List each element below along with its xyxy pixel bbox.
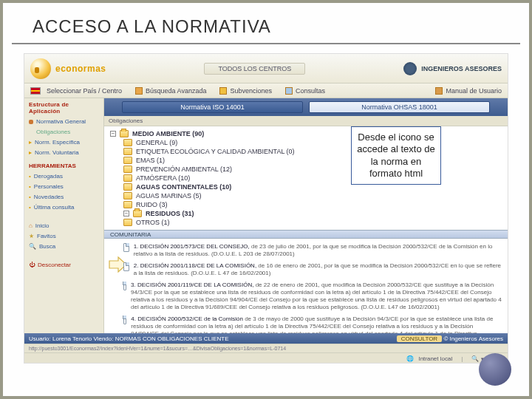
app-window: econormas TODOS LOS CENTROS INGENIEROS A…	[24, 53, 508, 364]
home-icon: ⌂	[29, 222, 33, 229]
tree-item[interactable]: EMAS (1)	[123, 156, 502, 165]
tab-ohsas18001[interactable]: Normativa OHSAS 18001	[309, 101, 490, 113]
sidebar: Estructura de Aplicación Normativa Gener…	[24, 98, 104, 333]
center-tab[interactable]: TODOS LOS CENTROS	[204, 63, 305, 75]
manual-link[interactable]: Manual de Usuario	[435, 87, 502, 95]
arrow-icon: ▸	[29, 149, 32, 156]
tree-item[interactable]: OTROS (1)	[123, 218, 502, 227]
status-role: CONSULTOR	[397, 335, 443, 342]
tree-item[interactable]: AGUAS CONTINENTALES (10)	[123, 183, 502, 191]
doc-row[interactable]: 4. DECISIÓN 2000/532/CE de la Comisión d…	[123, 314, 502, 333]
folder-icon	[123, 219, 132, 226]
doc-row[interactable]: 3. DECISIÓN 2001/119/CE DE LA COMISIÓN, …	[123, 280, 502, 314]
tree-item[interactable]: GENERAL (9)	[123, 138, 502, 147]
page-icon[interactable]	[123, 316, 126, 324]
page-title: ACCESO A LA NORMATIVA	[33, 16, 499, 37]
book-icon	[435, 87, 443, 95]
folder-icon	[120, 130, 129, 137]
tree-root[interactable]: − MEDIO AMBIENTE (90)	[110, 129, 502, 138]
tree-item[interactable]: AGUAS MARINAS (5)	[123, 191, 502, 200]
search-icon	[135, 87, 143, 95]
sidebar-logout[interactable]: ⏻Desconectar	[29, 262, 100, 268]
folder-icon	[123, 174, 132, 182]
sidebar-link-home[interactable]: ⌂Inicio	[29, 222, 100, 229]
brand-gear-icon	[403, 62, 417, 75]
sidebar-tool-personal[interactable]: •Personales	[29, 183, 100, 190]
country-selector[interactable]: Seleccionar País / Centro	[30, 87, 122, 95]
sidebar-item-specific[interactable]: ▸Norm. Específica	[29, 139, 100, 146]
sidebar-section-structure: Estructura de Aplicación	[29, 101, 100, 115]
obligations-subtab[interactable]: Obligaciones	[104, 116, 508, 126]
euro-icon	[219, 87, 227, 95]
tabs-row: Normativa ISO 14001 Normativa OHSAS 1800…	[104, 98, 508, 116]
dot-icon: •	[29, 204, 31, 211]
collapse-icon[interactable]: −	[110, 131, 116, 137]
zone-label: Intranet local	[418, 355, 452, 362]
folder-icon	[123, 139, 132, 146]
sidebar-section-tools: HERRAMIENTAS	[29, 163, 100, 169]
sidebar-item-general[interactable]: Normativa General	[29, 118, 100, 125]
arrow-icon: ▸	[29, 139, 32, 146]
sidebar-tool-news[interactable]: •Novedades	[29, 194, 100, 200]
ie-status-bar: 🌐 Intranet local | 🔍 ▾ 100%	[24, 352, 508, 364]
logo-text: econormas	[55, 64, 106, 74]
sidebar-item-voluntary[interactable]: ▸Norm. Voluntaria	[29, 149, 100, 156]
app-toolbar: Seleccionar País / Centro Búsqueda Avanz…	[24, 83, 508, 98]
sidebar-link-fav[interactable]: ★Favitos	[29, 233, 100, 239]
page-icon[interactable]	[123, 262, 129, 271]
tree-pane: Desde el icono se accede al texto de la …	[104, 126, 508, 333]
globe-icon: 🌐	[406, 355, 414, 362]
search-glyph-icon: 🔍	[29, 243, 36, 250]
folder-icon	[123, 157, 132, 164]
folder-icon	[123, 183, 132, 191]
folder-icon	[123, 192, 132, 200]
flag-es-icon	[30, 87, 41, 95]
status-bar: Usuario: Lorena Tenorio Viendo: NORMAS C…	[24, 333, 508, 344]
logo-icon	[30, 58, 51, 79]
dot-icon: •	[29, 183, 31, 190]
queries-link[interactable]: Consultas	[285, 87, 325, 95]
star-icon: ★	[29, 233, 34, 239]
query-icon	[285, 87, 293, 95]
folder-icon	[123, 148, 132, 155]
advanced-search[interactable]: Búsqueda Avanzada	[135, 87, 206, 95]
tree-item[interactable]: −RESIDUOS (31)	[123, 209, 502, 218]
page-icon[interactable]	[123, 282, 126, 290]
tree-item[interactable]: ATMÓSFERA (10)	[123, 174, 502, 183]
sidebar-tool-repealed[interactable]: •Derogadas	[29, 173, 100, 180]
page-icon[interactable]	[123, 243, 129, 252]
tree-item[interactable]: RUIDO (3)	[123, 200, 502, 209]
logout-icon: ⏻	[29, 262, 35, 268]
tree-item[interactable]: PREVENCIÓN AMBIENTAL (12)	[123, 165, 502, 174]
sidebar-link-search[interactable]: 🔍Busca	[29, 243, 100, 250]
brand-name: INGENIEROS ASESORES	[421, 65, 502, 72]
tree-item[interactable]: ETIQUETA ECOLÓGICA Y CALIDAD AMBIENTAL (…	[123, 147, 502, 156]
decorative-circle	[479, 353, 511, 386]
folder-icon	[133, 210, 142, 217]
ie-url-bar: http://puesto3001/Econormas2/Index?IdenH…	[24, 344, 508, 352]
sidebar-tool-last[interactable]: •Última consulta	[29, 204, 100, 211]
status-left: Usuario: Lorena Tenorio Viendo: NORMAS C…	[29, 335, 228, 342]
dot-icon: •	[29, 194, 31, 200]
callout-box: Desde el icono se accede al texto de la …	[351, 126, 441, 185]
tab-iso14001[interactable]: Normativa ISO 14001	[122, 101, 303, 113]
collapse-icon[interactable]: −	[123, 211, 129, 216]
doc-row[interactable]: 1. DECISIÓN 2001/573/CE DEL CONSEJO, de …	[123, 242, 502, 261]
subsidies-link[interactable]: Subvenciones	[219, 87, 272, 95]
folder-icon	[123, 166, 132, 173]
sidebar-sub-obligations[interactable]: Obligaciones	[36, 129, 100, 135]
doc-row[interactable]: 2. DECISIÓN 2001/118/CE DE LA COMISIÓN, …	[123, 261, 502, 280]
status-copyright: © Ingenieros Asesores	[443, 335, 503, 342]
section-comunitaria: COMUNITARIA	[104, 230, 508, 239]
app-header: econormas TODOS LOS CENTROS INGENIEROS A…	[24, 54, 508, 83]
dot-icon: •	[29, 173, 31, 180]
folder-icon	[123, 201, 132, 208]
